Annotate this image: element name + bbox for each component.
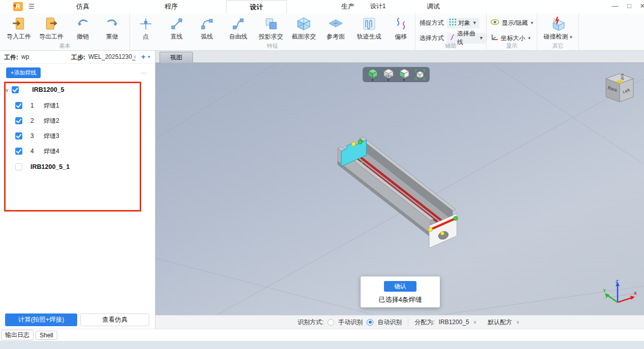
trajectory-generate-icon [362, 16, 377, 31]
weld-checkbox[interactable] [15, 148, 22, 155]
auto-recognition-label[interactable]: 自动识别 [377, 318, 402, 327]
ribbon-toolbar: 导入工件 导出工件 撤销 重做 基本 [0, 13, 644, 51]
undo-label: 撤销 [77, 32, 89, 41]
weld-checkbox[interactable] [15, 102, 22, 109]
undo-button[interactable]: 撤销 [68, 13, 98, 41]
offset-button[interactable]: 偏移 [387, 13, 415, 41]
recipe-dropdown[interactable]: 默认配方 [488, 318, 512, 327]
weld-checkbox[interactable] [15, 132, 22, 139]
export-part-button[interactable]: 导出工件 [35, 13, 68, 41]
expander-chevron-icon[interactable]: ∨ [5, 87, 9, 93]
tree-row-weld[interactable]: 4 焊缝4 [0, 144, 147, 159]
show-hide-button[interactable]: 显示/隐藏 ▾ [491, 16, 537, 29]
svg-text:Solid: Solid [385, 74, 391, 77]
weld-checkbox[interactable] [15, 117, 22, 124]
recipe-dropdown-caret-icon[interactable]: ∨ [516, 320, 520, 325]
render-mode-button[interactable]: Solid ▼ [383, 68, 394, 82]
snap-grid-icon [449, 19, 456, 27]
tree-root-name[interactable]: IRB1200_5 [32, 86, 64, 93]
weld-name[interactable]: 焊缝4 [44, 147, 59, 156]
ribbon-group-feature-label: 特征 [130, 42, 415, 50]
weld-name[interactable]: 焊缝3 [44, 132, 59, 141]
projection-intersect-label: 投影求交 [259, 32, 283, 41]
panel-header: 工件: wp 工步: WEL_20251230_ ∨ + ▾ [0, 51, 155, 64]
app-window: R ☰ 仿真 程序 设计 生产 调试 设计1 — □ ✕ 导入工件 导出工 [0, 0, 644, 349]
view-tab[interactable]: 视图 [159, 52, 193, 63]
ribbon-group-other-label: 其它 [537, 42, 578, 50]
output-log-tab[interactable]: 输出日志 [1, 330, 34, 340]
second-root-checkbox[interactable] [15, 163, 22, 170]
calculate-button[interactable]: 计算(拍照+焊接) [5, 313, 77, 326]
weld-tree-panel: 工件: wp 工步: WEL_20251230_ ∨ + ▾ +添加焊线 … ∨… [0, 51, 155, 329]
workpiece-value: wp [21, 53, 29, 60]
show-all-caret-icon: ▼ [403, 79, 406, 82]
collision-detect-button[interactable]: 碰撞检测 ▾ [538, 13, 578, 41]
app-logo-icon[interactable]: R [13, 2, 23, 11]
redo-label: 重做 [106, 32, 118, 41]
tree-row-weld[interactable]: 1 焊缝1 [0, 98, 147, 113]
manual-recognition-label[interactable]: 手动识别 [338, 318, 363, 327]
menu-tab-simulation[interactable]: 仿真 [52, 0, 113, 13]
tree-row-second-root[interactable]: IRB1200_5_1 [0, 159, 147, 174]
title-bar: R ☰ 仿真 程序 设计 生产 调试 设计1 — □ ✕ [0, 0, 644, 13]
tree-row-root[interactable]: ∨ IRB1200_5 [0, 82, 147, 97]
view-simulation-button[interactable]: 查看仿真 [80, 313, 149, 326]
snap-mode-dropdown[interactable]: 对象 ▼ [447, 18, 479, 28]
menu-tab-program[interactable]: 程序 [141, 0, 202, 13]
ribbon-group-feature: 点 直线 弧线 自由线 [130, 13, 415, 50]
import-part-button[interactable]: 导入工件 [3, 13, 35, 41]
ribbon-group-basic-label: 基本 [0, 42, 130, 50]
show-all-button[interactable]: ▼ [399, 68, 410, 82]
trajectory-generate-button[interactable]: 轨迹生成 [351, 13, 387, 41]
auto-recognition-radio[interactable] [367, 319, 373, 326]
assign-to-value[interactable]: IRB1200_5 [439, 319, 469, 326]
hamburger-menu-icon[interactable]: ☰ [28, 3, 34, 10]
weld-name[interactable]: 焊缝1 [44, 101, 59, 110]
axes-triad: Z X Y [602, 278, 638, 313]
confirm-dialog: 确认 已选择4条焊缝 [361, 276, 440, 307]
menu-tab-design[interactable]: 设计 [226, 0, 287, 13]
manual-recognition-radio[interactable] [328, 319, 334, 326]
assign-dropdown-caret-icon[interactable]: ∨ [473, 320, 477, 325]
add-weld-line-button[interactable]: +添加焊线 [6, 67, 41, 78]
free-line-label: 自由线 [229, 32, 247, 41]
arc-button[interactable]: 弧线 [191, 13, 222, 41]
coordinate-axes-icon [491, 34, 498, 43]
point-label: 点 [143, 32, 149, 41]
point-button[interactable]: 点 [130, 13, 162, 41]
second-root-name[interactable]: IRB1200_5_1 [30, 163, 70, 170]
redo-button[interactable]: 重做 [98, 13, 127, 41]
more-options-button[interactable]: … [140, 68, 147, 75]
weld-name[interactable]: 焊缝2 [44, 117, 59, 125]
step-dropdown-caret-icon[interactable]: ∨ [133, 54, 137, 59]
add-step-button[interactable]: + [141, 53, 145, 61]
line-label: 直线 [171, 32, 183, 41]
recognition-bar: 识别方式: 手动识别 自动识别 分配为: IRB1200_5 ∨ 默认配方 ∨ [155, 315, 644, 329]
shell-tab[interactable]: Shell [36, 331, 57, 340]
view-cube[interactable]: Top Back Left [604, 72, 636, 106]
line-button[interactable]: 直线 [162, 13, 192, 41]
confirm-button[interactable]: 确认 [384, 281, 416, 292]
tree-row-weld[interactable]: 3 焊缝3 [0, 128, 147, 144]
close-button[interactable]: ✕ [635, 0, 644, 12]
maximize-button[interactable]: □ [622, 0, 636, 12]
menu-tab-debug[interactable]: 调试 [403, 0, 464, 13]
axis-x-label: X [634, 291, 637, 296]
add-step-caret-icon[interactable]: ▾ [148, 54, 150, 59]
reference-plane-button[interactable]: 参考面 [320, 13, 351, 41]
free-line-button[interactable]: 自由线 [222, 13, 254, 41]
projection-intersect-button[interactable]: 投影求交 [254, 13, 288, 41]
3d-viewport[interactable]: ▼ Solid ▼ ▼ [155, 63, 644, 315]
viewport-column: 视图 [155, 51, 644, 329]
minimize-button[interactable]: — [608, 0, 622, 12]
ribbon-group-assist-label: 辅助 [415, 42, 486, 50]
step-value[interactable]: WEL_20251230_ [88, 53, 136, 60]
reference-plane-icon [328, 16, 343, 31]
root-checkbox[interactable] [12, 86, 19, 93]
trajectory-generate-label: 轨迹生成 [357, 32, 381, 41]
tree-row-weld[interactable]: 2 焊缝2 [0, 113, 147, 128]
section-intersect-button[interactable]: 截面求交 [287, 13, 320, 41]
zoom-fit-button[interactable] [414, 69, 426, 80]
workpiece-label: 工件: [4, 53, 18, 62]
view-orientation-button[interactable]: ▼ [367, 68, 378, 82]
